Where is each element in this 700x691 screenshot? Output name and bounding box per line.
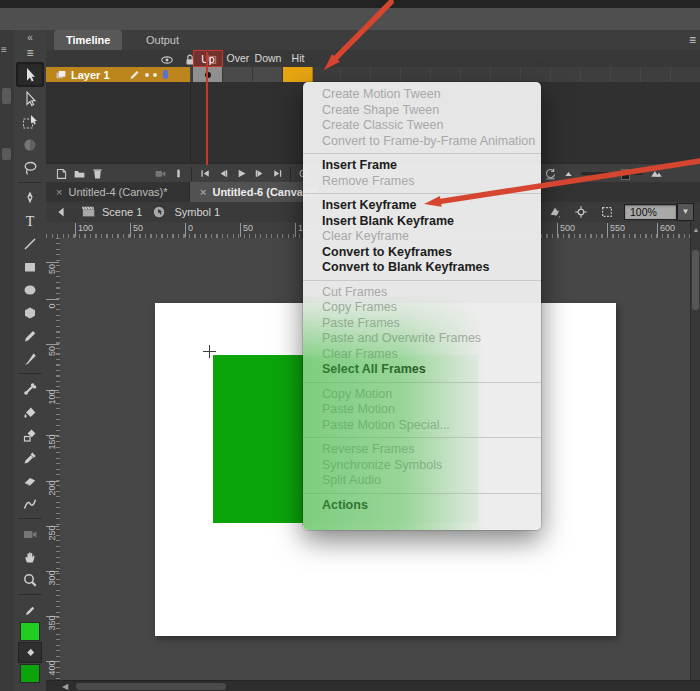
pencil-tool[interactable] xyxy=(17,324,43,347)
scroll-left-icon[interactable]: ◀ xyxy=(62,681,68,691)
go-to-first-frame-button[interactable] xyxy=(196,166,214,182)
rectangle-tool[interactable] xyxy=(17,255,43,278)
selection-tool[interactable] xyxy=(16,62,44,87)
delete-layer-button[interactable] xyxy=(88,166,106,182)
camera-tool[interactable] xyxy=(17,522,43,545)
zoom-in-frames-icon[interactable] xyxy=(647,166,665,182)
menu-item-clear-frames[interactable]: Clear Frames xyxy=(303,347,541,363)
layer-visible-dot[interactable] xyxy=(145,73,149,77)
dock-menu-icon[interactable]: ≡ xyxy=(1,44,7,55)
menu-item-create-shape-tween[interactable]: Create Shape Tween xyxy=(303,103,541,119)
frame-cell-hit[interactable] xyxy=(283,67,313,82)
zoom-out-frames-icon[interactable] xyxy=(559,166,577,182)
ink-bottle-tool[interactable] xyxy=(17,423,43,446)
menu-item-copy-frames[interactable]: Copy Frames xyxy=(303,300,541,316)
menu-item-paste-motion[interactable]: Paste Motion xyxy=(303,402,541,418)
frame-row[interactable] xyxy=(190,67,700,82)
horizontal-scrollbar-thumb[interactable] xyxy=(76,683,226,690)
step-back-button[interactable] xyxy=(214,166,232,182)
menu-item-paste-motion-special[interactable]: Paste Motion Special... xyxy=(303,418,541,434)
frame-label-down[interactable]: Down xyxy=(253,50,283,67)
menu-item-split-audio[interactable]: Split Audio xyxy=(303,473,541,489)
oval-tool[interactable] xyxy=(17,278,43,301)
frame-label-hit[interactable]: Hit xyxy=(283,50,313,67)
menu-item-paste-and-overwrite-frames[interactable]: Paste and Overwrite Frames xyxy=(303,331,541,347)
eraser-tool[interactable] xyxy=(17,469,43,492)
scroll-up-icon[interactable]: ▲ xyxy=(691,226,700,233)
lasso-tool[interactable] xyxy=(17,156,43,179)
menu-item-reverse-frames[interactable]: Reverse Frames xyxy=(303,442,541,458)
menu-item-convert-to-keyframes[interactable]: Convert to Keyframes xyxy=(303,245,541,261)
zoom-level-field[interactable]: 100% xyxy=(624,204,677,220)
frame-cell-down[interactable] xyxy=(253,67,283,82)
timeline-panel-menu-icon[interactable]: ≡ xyxy=(689,33,696,47)
zoom-level-dropdown-button[interactable]: ▼ xyxy=(677,203,694,221)
menu-item-insert-frame[interactable]: Insert Frame xyxy=(303,158,541,174)
menu-item-synchronize-symbols[interactable]: Synchronize Symbols xyxy=(303,458,541,474)
edit-symbols-button[interactable] xyxy=(546,204,564,220)
close-tab-icon[interactable]: × xyxy=(200,186,206,198)
timeline-zoom-slider-handle[interactable] xyxy=(621,169,630,180)
playhead-line[interactable] xyxy=(206,52,208,165)
paint-bucket-tool[interactable] xyxy=(17,400,43,423)
fill-color-swatch[interactable] xyxy=(20,664,40,683)
layer-outline-color-chip[interactable] xyxy=(163,70,168,79)
timeline-zoom-slider[interactable] xyxy=(581,172,643,175)
collapse-panel-icon[interactable]: « xyxy=(14,30,46,45)
line-tool[interactable] xyxy=(17,232,43,255)
text-tool[interactable]: T xyxy=(17,209,43,232)
scene-breadcrumb[interactable]: Scene 1 xyxy=(102,206,142,218)
pen-tool[interactable] xyxy=(17,186,43,209)
menu-item-convert-to-frame-by-frame-animation[interactable]: Convert to Frame-by-Frame Animation xyxy=(303,134,541,150)
polystar-tool[interactable] xyxy=(17,301,43,324)
menu-item-create-classic-tween[interactable]: Create Classic Tween xyxy=(303,118,541,134)
collapsed-panel-icon[interactable] xyxy=(2,88,11,104)
add-camera-button[interactable] xyxy=(151,166,169,182)
menu-item-remove-frames[interactable]: Remove Frames xyxy=(303,174,541,190)
clip-content-button[interactable] xyxy=(598,204,616,220)
menu-item-copy-motion[interactable]: Copy Motion xyxy=(303,387,541,403)
frame-cell-over[interactable] xyxy=(223,67,253,82)
tab-output[interactable]: Output xyxy=(134,30,191,50)
zoom-tool[interactable] xyxy=(17,568,43,591)
play-button[interactable] xyxy=(232,166,250,182)
center-stage-button[interactable] xyxy=(572,204,590,220)
free-transform-tool[interactable] xyxy=(17,110,43,133)
gradient-transform-tool[interactable] xyxy=(17,133,43,156)
fill-color-tool[interactable] xyxy=(18,642,42,663)
new-layer-button[interactable] xyxy=(52,166,70,182)
insert-frame-marker-icon[interactable] xyxy=(169,166,187,182)
frame-label-over[interactable]: Over xyxy=(223,50,253,67)
go-to-last-frame-button[interactable] xyxy=(268,166,286,182)
layer-label[interactable]: Layer 1 xyxy=(46,67,190,82)
stroke-color-swatch[interactable] xyxy=(20,622,40,641)
menu-item-insert-blank-keyframe[interactable]: Insert Blank Keyframe xyxy=(303,214,541,230)
stroke-color-tool[interactable] xyxy=(17,598,43,621)
horizontal-scrollbar[interactable]: ◀ xyxy=(46,680,700,691)
tools-panel-menu-icon[interactable]: ≡ xyxy=(26,45,33,62)
step-forward-button[interactable] xyxy=(250,166,268,182)
menu-item-clear-keyframe[interactable]: Clear Keyframe xyxy=(303,229,541,245)
tab-timeline[interactable]: Timeline xyxy=(54,30,122,50)
new-folder-button[interactable] xyxy=(70,166,88,182)
menu-item-paste-frames[interactable]: Paste Frames xyxy=(303,316,541,332)
symbol-breadcrumb[interactable]: Symbol 1 xyxy=(174,206,220,218)
bone-tool[interactable] xyxy=(17,377,43,400)
vertical-scrollbar-thumb[interactable] xyxy=(692,250,699,310)
eyedropper-tool[interactable] xyxy=(17,446,43,469)
menu-item-insert-keyframe[interactable]: Insert Keyframe xyxy=(303,198,541,214)
layer-row[interactable]: Layer 1 xyxy=(46,67,700,82)
collapsed-panel-icon[interactable] xyxy=(2,148,11,160)
brush-tool[interactable] xyxy=(17,347,43,370)
frame-cell-up[interactable] xyxy=(193,67,223,82)
reset-timeline-zoom-button[interactable] xyxy=(541,166,559,182)
layer-lock-dot[interactable] xyxy=(153,73,157,77)
subselection-tool[interactable] xyxy=(17,87,43,110)
close-tab-icon[interactable]: × xyxy=(56,186,62,198)
back-arrow-button[interactable] xyxy=(52,204,70,220)
menu-item-create-motion-tween[interactable]: Create Motion Tween xyxy=(303,87,541,103)
menu-item-actions[interactable]: Actions xyxy=(303,498,541,514)
document-tab-untitled-4[interactable]: ×Untitled-4 (Canvas)* xyxy=(46,182,190,202)
menu-item-cut-frames[interactable]: Cut Frames xyxy=(303,285,541,301)
show-hide-all-layers-icon[interactable] xyxy=(158,52,176,68)
